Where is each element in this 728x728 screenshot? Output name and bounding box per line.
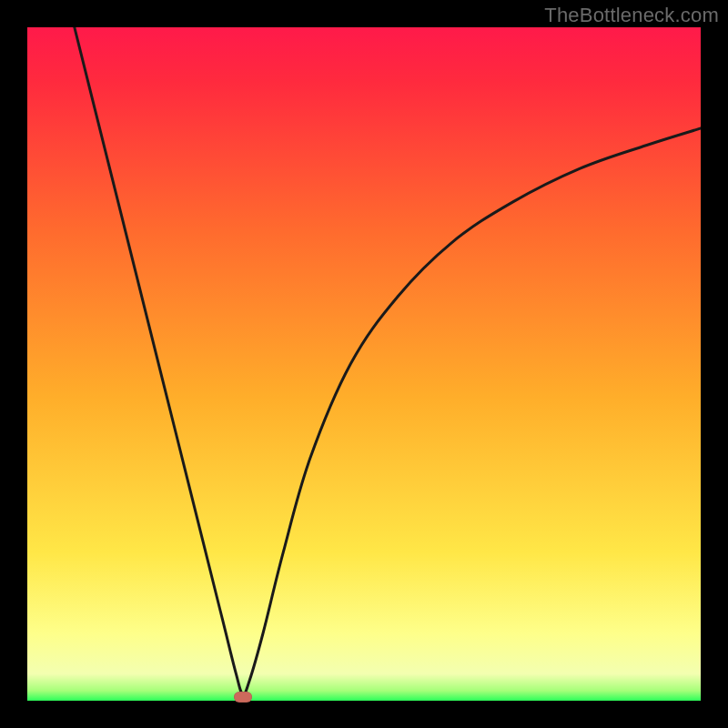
- curve-svg: [27, 27, 701, 701]
- minimum-marker: [234, 692, 252, 703]
- chart-frame: [27, 27, 701, 701]
- watermark-text: TheBottleneck.com: [544, 4, 719, 27]
- bottleneck-curve: [75, 27, 701, 694]
- plot-area: [27, 27, 701, 701]
